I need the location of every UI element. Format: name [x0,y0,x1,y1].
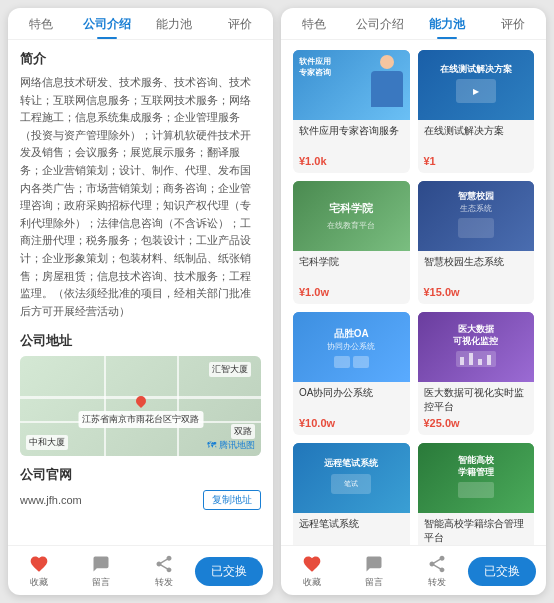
product-price-zc: ¥1.0w [299,286,404,298]
map-address: 江苏省南京市雨花台区宁双路 [78,411,203,428]
share-icon [154,554,174,574]
right-share-action[interactable]: 转发 [427,554,447,589]
product-name-remote: 远程笔试系统 [299,517,404,545]
product-info-smart: 智慧校园生态系统 ¥15.0w [418,251,535,304]
product-info-online: 在线测试解决方案 ¥1 [418,120,535,173]
comment-icon [91,554,111,574]
product-card-university[interactable]: 智能高校学籍管理 智能高校学籍综合管理平台 ¥18.0w [418,443,535,545]
left-content: 简介 网络信息技术研发、技术服务、技术咨询、技术转让；互联网信息服务；互联网技术… [8,40,273,545]
share-label: 转发 [155,576,173,589]
product-image-service: 软件应用专家咨询 [293,50,410,120]
comment-icon-right [364,554,384,574]
product-price-service: ¥1.0k [299,155,404,167]
product-price-oa: ¥10.0w [299,417,404,429]
heart-icon [29,554,49,574]
left-action-icons: 收藏 留言 转发 [8,554,195,589]
product-name-online: 在线测试解决方案 [424,124,529,152]
product-image-university: 智能高校学籍管理 [418,443,535,513]
right-heart-label: 收藏 [303,576,321,589]
product-card-medical[interactable]: 医大数据可视化监控 医大数据可视化实时监控平台 ¥25.0w [418,312,535,435]
left-bottom-bar: 收藏 留言 转发 已交换 [8,545,273,595]
left-phone: 特色 公司介绍 能力池 评价 简介 网络信息技术研发、技术服务、技术咨询、技术转… [8,8,273,595]
right-comment-action[interactable]: 留言 [364,554,384,589]
address-title: 公司地址 [20,332,261,350]
product-image-smart: 智慧校园 生态系统 [418,181,535,251]
product-info-oa: OA协同办公系统 ¥10.0w [293,382,410,435]
map-label-road: 双路 [231,424,255,439]
product-price-smart: ¥15.0w [424,286,529,298]
product-info-zc: 宅科学院 ¥1.0w [293,251,410,304]
left-share-action[interactable]: 转发 [154,554,174,589]
product-info-university: 智能高校学籍综合管理平台 ¥18.0w [418,513,535,545]
website-title: 公司官网 [20,466,261,484]
product-info-service: 软件应用专家咨询服务 ¥1.0k [293,120,410,173]
product-card-zc[interactable]: 宅科学院 在线教育平台 宅科学院 ¥1.0w [293,181,410,304]
product-name-smart: 智慧校园生态系统 [424,255,529,283]
product-name-university: 智能高校学籍综合管理平台 [424,517,529,545]
tab-right-feature[interactable]: 特色 [281,16,347,33]
right-heart-action[interactable]: 收藏 [302,554,322,589]
tab-left-feature[interactable]: 特色 [8,16,74,33]
intro-text: 网络信息技术研发、技术服务、技术咨询、技术转让；互联网信息服务；互联网技术服务；… [20,74,261,320]
product-card-online[interactable]: 在线测试解决方案 ▶ 在线测试解决方案 ¥1 [418,50,535,173]
product-card-smart[interactable]: 智慧校园 生态系统 智慧校园生态系统 ¥15.0w [418,181,535,304]
map-pin [135,396,147,412]
left-tab-bar: 特色 公司介绍 能力池 评价 [8,8,273,40]
product-name-medical: 医大数据可视化实时监控平台 [424,386,529,414]
map-label-building: 汇智大厦 [209,362,251,377]
tab-right-company[interactable]: 公司介绍 [347,16,413,33]
left-heart-action[interactable]: 收藏 [29,554,49,589]
tencent-map-logo: 🗺 腾讯地图 [207,439,255,452]
product-image-remote: 远程笔试系统 笔试 [293,443,410,513]
left-comment-action[interactable]: 留言 [91,554,111,589]
product-price-medical: ¥25.0w [424,417,529,429]
share-icon-right [427,554,447,574]
tab-right-review[interactable]: 评价 [480,16,546,33]
product-card-oa[interactable]: 品胜OA 协同办公系统 OA协同办公系统 ¥10.0w [293,312,410,435]
comment-label: 留言 [92,576,110,589]
product-name-oa: OA协同办公系统 [299,386,404,414]
heart-label: 收藏 [30,576,48,589]
company-website: www.jfh.com 复制地址 [20,490,261,510]
product-image-medical: 医大数据可视化监控 [418,312,535,382]
right-phone: 特色 公司介绍 能力池 评价 软件应用专家咨询 [281,8,546,595]
product-card-remote[interactable]: 远程笔试系统 笔试 远程笔试系统 ¥10.0w [293,443,410,545]
tab-left-company[interactable]: 公司介绍 [74,16,140,33]
copy-address-button[interactable]: 复制地址 [203,490,261,510]
right-bottom-bar: 收藏 留言 转发 已交换 [281,545,546,595]
map-container[interactable]: 汇智大厦 双路 中和大厦 江苏省南京市雨花台区宁双路 🗺 腾讯地图 [20,356,261,456]
product-image-online: 在线测试解决方案 ▶ [418,50,535,120]
tab-left-review[interactable]: 评价 [207,16,273,33]
phones-container: 特色 公司介绍 能力池 评价 简介 网络信息技术研发、技术服务、技术咨询、技术转… [0,0,554,603]
right-share-label: 转发 [428,576,446,589]
right-tab-bar: 特色 公司介绍 能力池 评价 [281,8,546,40]
map-background: 汇智大厦 双路 中和大厦 江苏省南京市雨花台区宁双路 🗺 腾讯地图 [20,356,261,456]
map-label-building2: 中和大厦 [26,435,68,450]
product-name-service: 软件应用专家咨询服务 [299,124,404,152]
tab-left-ability[interactable]: 能力池 [141,16,207,33]
right-content: 软件应用专家咨询 软件应用专家咨询服务 ¥1.0k 在线测试解决方案 [281,40,546,545]
tab-right-ability[interactable]: 能力池 [414,16,480,33]
intro-title: 简介 [20,50,261,68]
product-price-online: ¥1 [424,155,529,167]
product-grid: 软件应用专家咨询 软件应用专家咨询服务 ¥1.0k 在线测试解决方案 [293,50,534,545]
website-url: www.jfh.com [20,494,82,506]
heart-icon-right [302,554,322,574]
right-exchange-button[interactable]: 已交换 [468,557,536,586]
product-info-medical: 医大数据可视化实时监控平台 ¥25.0w [418,382,535,435]
right-comment-label: 留言 [365,576,383,589]
product-image-oa: 品胜OA 协同办公系统 [293,312,410,382]
left-exchange-button[interactable]: 已交换 [195,557,263,586]
product-card-service[interactable]: 软件应用专家咨询 软件应用专家咨询服务 ¥1.0k [293,50,410,173]
product-image-zc: 宅科学院 在线教育平台 [293,181,410,251]
right-action-icons: 收藏 留言 转发 [281,554,468,589]
product-info-remote: 远程笔试系统 ¥10.0w [293,513,410,545]
product-name-zc: 宅科学院 [299,255,404,283]
